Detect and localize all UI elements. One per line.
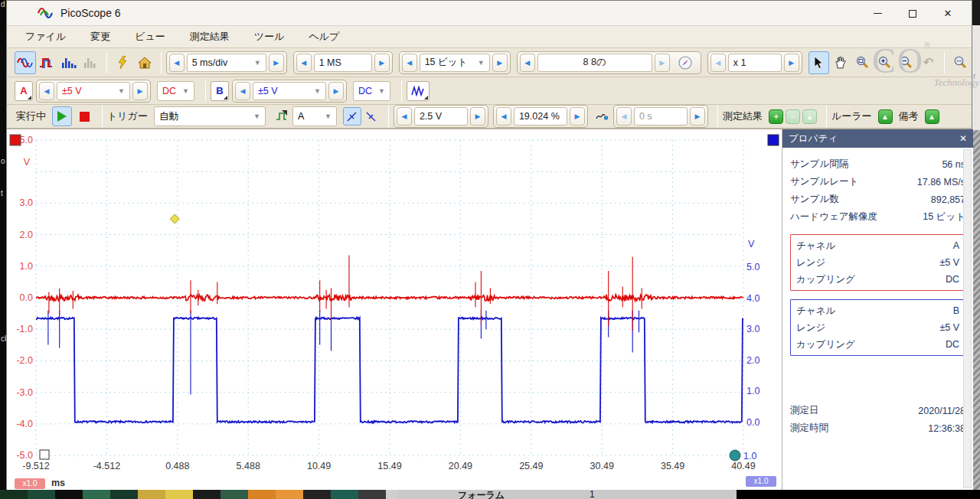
menu-item-2[interactable]: ビュー: [126, 27, 175, 47]
timebase-select[interactable]: 5 ms/div ▼: [187, 54, 266, 72]
buffer-next-button[interactable]: ▶: [655, 54, 670, 72]
falling-edge-button[interactable]: [362, 107, 381, 126]
resolution-increase-button[interactable]: ▶: [492, 54, 508, 72]
buffer-prev-button[interactable]: ◀: [520, 54, 535, 72]
zoom-window-button[interactable]: [852, 51, 874, 74]
waveform-plot[interactable]: 5.03.02.01.00.0-1.0-2.0-3.0-4.0-5.0V5.04…: [7, 129, 782, 490]
pointer-tool-button[interactable]: [808, 51, 830, 74]
zoom-increase-button[interactable]: ▶: [784, 54, 799, 72]
menu-item-0[interactable]: ファイル: [16, 27, 75, 47]
zoom-out-button[interactable]: [896, 51, 917, 74]
menu-bar: ファイル変更ビュー測定結果ツールヘルプ: [7, 26, 972, 48]
property-value: 892,857: [931, 194, 965, 205]
channel-b-button[interactable]: B: [211, 81, 229, 101]
hand-tool-button[interactable]: [830, 51, 851, 74]
menu-item-3[interactable]: 測定結果: [181, 27, 239, 47]
channel-b-coupling-select[interactable]: DC ▼: [353, 81, 390, 101]
menu-item-5[interactable]: ヘルプ: [299, 27, 348, 47]
resolution-decrease-button[interactable]: ◀: [402, 54, 417, 72]
close-button[interactable]: ✕: [930, 1, 965, 26]
add-measurement-button[interactable]: ＋: [769, 109, 783, 124]
property-value: ±5 V: [939, 257, 959, 268]
taskbar-icon-fragment: [28, 490, 55, 499]
zoom-decrease-button[interactable]: ◀: [710, 54, 726, 72]
trigger-source-select[interactable]: A ▼: [292, 106, 337, 126]
pretrigger-decrease[interactable]: ◀: [496, 107, 511, 126]
channel-a-range-increase[interactable]: ▶: [132, 82, 148, 100]
properties-scrollbar[interactable]: [963, 149, 972, 488]
channel-b-axis-marker[interactable]: [768, 135, 779, 145]
home-button[interactable]: [134, 51, 155, 74]
trigger-delay-control: ◀ 0 s ▶: [613, 105, 708, 128]
channel-a-button[interactable]: A: [15, 81, 33, 101]
samples-increase-button[interactable]: ▶: [374, 54, 390, 72]
channel-b-spikes: [48, 311, 639, 395]
persistence-mode-button[interactable]: [37, 51, 58, 74]
axis-offset-marker[interactable]: [40, 450, 49, 459]
toolbar-separator: [106, 52, 107, 73]
properties-close-icon[interactable]: ✕: [959, 133, 967, 144]
rising-edge-icon: [346, 111, 358, 122]
channel-a-axis-marker[interactable]: [10, 135, 21, 145]
remove-measurement-button-disabled: −: [786, 109, 800, 124]
sine-wave-icon: [17, 57, 34, 69]
buffer-indicator[interactable]: 8 8の: [537, 54, 652, 72]
property-label: チャネル: [796, 240, 835, 253]
minimize-button[interactable]: [860, 1, 895, 26]
property-row: レンジ±5 V: [796, 319, 959, 336]
pretrigger-increase[interactable]: ▶: [570, 107, 585, 126]
channel-b-range-select[interactable]: ±5 V ▼: [253, 82, 326, 100]
signal-generator-button[interactable]: [407, 81, 430, 101]
ruler-button[interactable]: ▲: [878, 109, 893, 124]
trigger-level-control: ◀ 2.5 V ▶: [394, 105, 488, 128]
scope-view[interactable]: 5.03.02.01.00.0-1.0-2.0-3.0-4.0-5.0V5.04…: [7, 129, 782, 490]
pretrigger-input[interactable]: 19.024 %: [514, 107, 567, 126]
channel-b-range-increase[interactable]: ▶: [328, 82, 344, 100]
channel-a-range-select[interactable]: ±5 V ▼: [57, 82, 130, 100]
resolution-control: ◀ 15 ビット ▼ ▶: [399, 51, 511, 74]
samples-decrease-button[interactable]: ◀: [296, 54, 312, 72]
zoom-factor-input[interactable]: x 1: [728, 54, 782, 72]
menu-item-1[interactable]: 変更: [81, 27, 119, 47]
zoom-full-button[interactable]: 100: [949, 51, 971, 74]
scope-mode-button[interactable]: [15, 51, 36, 74]
stop-button[interactable]: [74, 106, 94, 126]
notes-button[interactable]: ▲: [925, 109, 939, 124]
samples-input[interactable]: 1 MS: [314, 54, 372, 72]
trigger-level-increase[interactable]: ▶: [470, 107, 485, 126]
buffer-overview-button[interactable]: [673, 51, 697, 74]
channel-a-coupling-select[interactable]: DC ▼: [157, 81, 194, 101]
channel-a-range-decrease[interactable]: ◀: [39, 82, 54, 100]
timebase-increase-button[interactable]: ▶: [269, 54, 284, 72]
left-axis-tick: 3.0: [20, 197, 33, 208]
axis-scale-handle[interactable]: [730, 450, 740, 461]
main-content: 5.03.02.01.00.0-1.0-2.0-3.0-4.0-5.0V5.04…: [7, 129, 973, 490]
resolution-select[interactable]: 15 ビット ▼: [420, 54, 490, 72]
zoom-in-button[interactable]: [874, 51, 895, 74]
background-letter: d: [1, 0, 5, 8]
pretrigger-value: 19.024 %: [519, 111, 560, 122]
trigger-delay-increase[interactable]: ▶: [690, 107, 705, 126]
rising-edge-button[interactable]: [343, 107, 361, 126]
channel-b-range-decrease[interactable]: ◀: [235, 82, 250, 100]
persistence-spectrum-button-disabled: [80, 51, 102, 74]
trigger-marker-button[interactable]: [593, 106, 612, 126]
spectrum-mode-button[interactable]: [58, 51, 80, 74]
trigger-level-decrease[interactable]: ◀: [397, 107, 412, 126]
trigger-mode-select[interactable]: 自動 ▼: [154, 106, 266, 126]
timebase-decrease-button[interactable]: ◀: [169, 54, 185, 72]
trigger-delay-decrease[interactable]: ◀: [616, 107, 632, 126]
forum-count: 1: [590, 489, 595, 499]
trigger-marker-diamond[interactable]: [170, 214, 179, 223]
maximize-button[interactable]: [895, 1, 930, 26]
quick-setup-button[interactable]: [112, 51, 133, 74]
property-label: チャネル: [796, 305, 835, 318]
stop-icon: [80, 112, 90, 122]
toolbar-separator: [205, 80, 206, 102]
run-button[interactable]: [52, 106, 72, 126]
advanced-trigger-button[interactable]: [272, 106, 292, 126]
property-row: レンジ±5 V: [796, 254, 959, 271]
trigger-level-input[interactable]: 2.5 V: [414, 107, 468, 126]
bottom-axis-tick: 10.49: [307, 461, 331, 471]
menu-item-4[interactable]: ツール: [245, 27, 294, 47]
